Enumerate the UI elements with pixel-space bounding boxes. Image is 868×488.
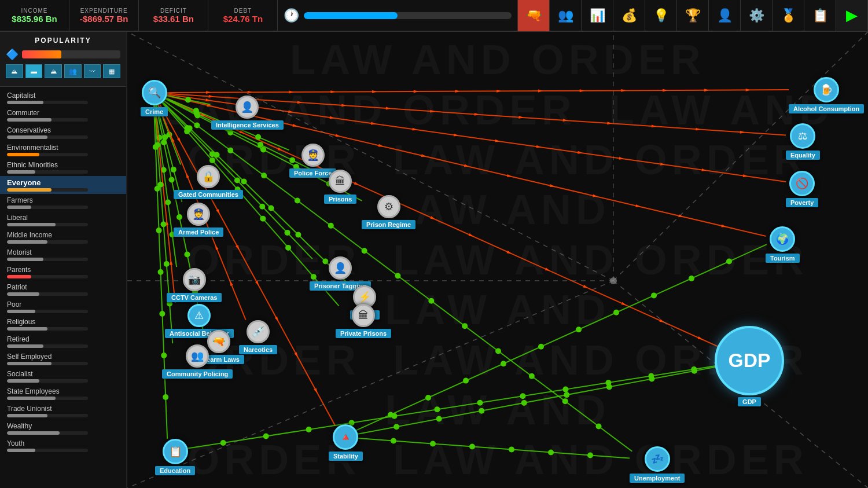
sidebar-group-item[interactable]: Environmentalist: [0, 141, 126, 159]
svg-point-117: [162, 134, 168, 140]
sidebar-group-item[interactable]: Liberal: [0, 211, 126, 229]
canvas-area[interactable]: Law and order Law and order Law and orde…: [127, 32, 868, 488]
svg-point-176: [263, 433, 269, 439]
node-label-prisons: Prisons: [324, 195, 356, 204]
sidebar-group-item[interactable]: Capitalist: [0, 89, 126, 107]
node-gated[interactable]: 🔒 Gated Communities: [174, 165, 243, 199]
sidebar-group-item[interactable]: Motorist: [0, 246, 126, 263]
group-bar-fill: [7, 118, 52, 122]
group-bar-fill: [7, 379, 39, 383]
sidebar-group-item[interactable]: Socialist: [0, 368, 126, 385]
svg-marker-61: [278, 148, 283, 151]
law-order-btn[interactable]: 🔫: [518, 0, 550, 31]
sidebar-group-item[interactable]: Farmers: [0, 194, 126, 211]
node-education[interactable]: 📋 Education: [155, 439, 195, 475]
filter-flat-btn[interactable]: ▬: [25, 64, 43, 78]
money-btn[interactable]: 💰: [613, 0, 645, 31]
sidebar-group-item[interactable]: Religious: [0, 315, 126, 333]
svg-point-195: [692, 368, 697, 374]
filter-terrain-btn[interactable]: ⛰: [6, 64, 23, 78]
group-name: Middle Income: [7, 231, 119, 239]
filter-grid-btn[interactable]: ▦: [103, 64, 120, 78]
svg-point-132: [268, 206, 274, 211]
svg-marker-6: [414, 90, 419, 93]
expenditure-label: EXPENDITURE: [80, 8, 128, 14]
idea-btn[interactable]: 💡: [645, 0, 677, 31]
node-circle-private_prisons: 🏛: [352, 304, 375, 327]
node-intelligence[interactable]: 👤 Intelligence Services: [211, 96, 284, 130]
node-private_prisons[interactable]: 🏛 Private Prisons: [336, 304, 391, 338]
node-cctv[interactable]: 📷 CCTV Cameras: [167, 268, 222, 302]
sidebar-group-item[interactable]: Patriot: [0, 281, 126, 298]
group-bar-fill: [7, 310, 35, 313]
sidebar-group-item[interactable]: Parents: [0, 263, 126, 281]
svg-point-188: [393, 424, 399, 430]
group-name: Self Employed: [7, 353, 119, 361]
svg-marker-2: [248, 91, 253, 94]
sidebar-group-item[interactable]: State Employees: [0, 385, 126, 402]
sidebar-group-item[interactable]: Youth: [0, 437, 126, 454]
sidebar-group-item[interactable]: Middle Income: [0, 229, 126, 246]
sidebar-group-item[interactable]: Self Employed: [0, 350, 126, 368]
svg-point-177: [306, 427, 312, 432]
svg-marker-65: [431, 216, 436, 219]
group-bar-bg: [7, 206, 88, 209]
node-circle-education: 📋: [163, 439, 188, 464]
filter-people-btn[interactable]: 👥: [64, 64, 82, 78]
node-gdp[interactable]: GDP GDP: [715, 326, 784, 406]
filter-mountain-btn[interactable]: ⛰: [45, 64, 62, 78]
svg-point-135: [187, 125, 193, 131]
achievement-btn[interactable]: 🏅: [773, 0, 804, 31]
svg-line-214: [127, 32, 613, 281]
sidebar-group-item[interactable]: Trade Unionist: [0, 402, 126, 420]
sidebar-group-item[interactable]: Poor: [0, 298, 126, 315]
notes-btn[interactable]: 📋: [804, 0, 836, 31]
svg-marker-23: [518, 116, 524, 119]
filter-wave-btn[interactable]: 〰: [84, 64, 101, 78]
svg-marker-92: [255, 281, 259, 286]
node-unemployment[interactable]: 💤 Unemployment: [630, 446, 685, 483]
trophy-btn[interactable]: 🏆: [677, 0, 709, 31]
group-bar-bg: [7, 292, 88, 296]
sidebar-group-item[interactable]: Commuter: [0, 107, 126, 124]
svg-point-128: [184, 125, 190, 131]
svg-marker-149: [230, 281, 233, 286]
group-bar-bg: [7, 188, 88, 192]
income-stat: INCOME $835.96 Bn: [0, 0, 69, 31]
node-equality[interactable]: ⚖ Equality: [786, 123, 820, 160]
svg-marker-8: [496, 90, 502, 93]
svg-line-207: [354, 438, 630, 458]
node-prison_regime[interactable]: ⚙ Prison Regime: [362, 195, 415, 229]
svg-point-142: [184, 129, 190, 134]
sidebar-group-item[interactable]: Wealthy: [0, 420, 126, 437]
svg-line-58: [165, 98, 738, 355]
people-btn[interactable]: 👥: [550, 0, 582, 31]
settings-btn[interactable]: ⚙️: [741, 0, 773, 31]
node-label-narcotics: Narcotics: [239, 345, 277, 354]
node-label-poverty: Poverty: [786, 198, 818, 207]
node-narcotics[interactable]: 💉 Narcotics: [239, 320, 277, 354]
sidebar-group-item[interactable]: Ethnic Minorities: [0, 159, 126, 176]
group-bar-fill: [7, 240, 47, 244]
node-community_policing[interactable]: 👥 Community Policing: [162, 344, 233, 379]
node-armed_police[interactable]: 👮 Armed Police: [174, 203, 223, 237]
play-btn[interactable]: ▶: [836, 0, 868, 31]
node-alcohol[interactable]: 🍺 Alcohol Consumption: [789, 77, 864, 113]
svg-point-165: [155, 142, 160, 148]
node-stability[interactable]: 🔺 Stability: [329, 424, 363, 461]
svg-point-112: [260, 147, 266, 153]
sidebar-group-item[interactable]: Everyone: [0, 176, 126, 194]
progress-bar-fill: [304, 12, 397, 19]
chart-btn[interactable]: 📊: [582, 0, 613, 31]
node-prisons[interactable]: 🏛 Prisons: [324, 170, 356, 204]
node-label-education: Education: [155, 466, 195, 475]
sidebar-group-item[interactable]: Conservatives: [0, 124, 126, 141]
svg-point-99: [255, 134, 261, 140]
node-tourism[interactable]: 🌍 Tourism: [766, 226, 800, 263]
node-crime[interactable]: 🔍 Crime: [141, 80, 168, 116]
group-bar-bg: [7, 327, 88, 331]
group-name: Youth: [7, 439, 119, 447]
node-poverty[interactable]: 🚫 Poverty: [786, 171, 818, 207]
social-btn[interactable]: 👤: [709, 0, 741, 31]
sidebar-group-item[interactable]: Retired: [0, 333, 126, 350]
